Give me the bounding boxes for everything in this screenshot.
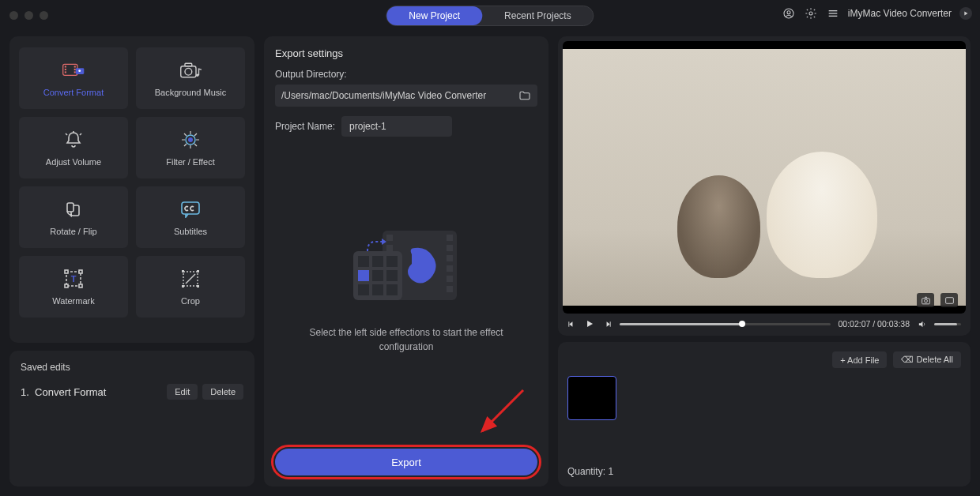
tool-convert-format[interactable]: Convert Format xyxy=(19,47,128,109)
project-name-input[interactable] xyxy=(341,116,452,137)
snapshot-icon[interactable] xyxy=(917,293,934,307)
quantity-label: Quantity: 1 xyxy=(567,466,961,477)
account-icon[interactable] xyxy=(782,6,796,21)
svg-rect-58 xyxy=(447,255,453,261)
svg-rect-41 xyxy=(79,284,82,287)
preview-panel: 00:02:07 / 00:03:38 xyxy=(558,36,971,336)
sparkle-icon xyxy=(179,129,202,151)
svg-rect-83 xyxy=(610,321,611,326)
svg-rect-67 xyxy=(372,270,383,281)
tool-watermark[interactable]: TWatermark xyxy=(19,256,128,318)
svg-rect-80 xyxy=(568,321,569,326)
saved-edits-panel: Saved edits 1. Convert Format Edit Delet… xyxy=(9,351,254,487)
svg-rect-57 xyxy=(447,245,453,251)
output-directory-field[interactable]: /Users/mac/Documents/iMyMac Video Conver… xyxy=(275,85,537,107)
tab-new-project[interactable]: New Project xyxy=(386,6,482,25)
svg-rect-10 xyxy=(65,71,66,73)
folder-open-icon[interactable] xyxy=(518,89,531,102)
traffic-maximize[interactable] xyxy=(40,11,48,20)
svg-rect-47 xyxy=(197,285,199,287)
queue-thumbnail[interactable] xyxy=(567,376,616,420)
svg-text:T: T xyxy=(71,274,77,284)
tool-filter-effect[interactable]: Filter / Effect xyxy=(136,117,245,178)
svg-rect-64 xyxy=(372,256,383,267)
svg-rect-18 xyxy=(185,63,192,66)
svg-line-30 xyxy=(194,144,197,146)
svg-rect-50 xyxy=(386,235,393,241)
svg-rect-11 xyxy=(74,66,76,67)
svg-point-77 xyxy=(924,299,927,302)
export-hint-text: Select the left side effections to start… xyxy=(275,325,537,354)
svg-marker-84 xyxy=(919,321,923,326)
project-tab-switch: New Project Recent Projects xyxy=(386,6,594,26)
svg-rect-60 xyxy=(447,276,453,282)
tool-subtitles[interactable]: Subtitles xyxy=(136,186,245,248)
svg-rect-46 xyxy=(182,285,184,287)
output-directory-value: /Users/mac/Documents/iMyMac Video Conver… xyxy=(281,90,518,101)
svg-rect-59 xyxy=(447,265,453,272)
volume-icon[interactable] xyxy=(918,320,926,329)
file-queue-panel: + Add File ⌫ Delete All Quantity: 1 xyxy=(558,342,971,487)
svg-line-32 xyxy=(194,133,197,136)
menu-icon[interactable] xyxy=(826,6,840,21)
svg-line-48 xyxy=(186,274,195,284)
crop-icon xyxy=(179,268,202,290)
traffic-close[interactable] xyxy=(9,11,18,20)
svg-line-22 xyxy=(80,133,81,135)
fullscreen-icon[interactable] xyxy=(940,293,958,307)
tool-adjust-volume[interactable]: Adjust Volume xyxy=(19,117,128,178)
svg-rect-38 xyxy=(65,270,68,273)
tool-label: Filter / Effect xyxy=(166,157,215,167)
prev-track-icon[interactable] xyxy=(567,320,576,329)
player-controls: 00:02:07 / 00:03:38 xyxy=(563,314,966,329)
next-track-icon[interactable] xyxy=(603,320,612,329)
tool-label: Watermark xyxy=(52,296,94,306)
time-display: 00:02:07 / 00:03:38 xyxy=(839,319,910,329)
project-name-label: Project Name: xyxy=(275,121,335,132)
svg-rect-71 xyxy=(386,284,398,295)
output-directory-label: Output Directory: xyxy=(275,69,537,80)
tool-label: Adjust Volume xyxy=(46,157,101,167)
saved-edit-row: 1. Convert Format Edit Delete xyxy=(21,384,243,400)
svg-rect-69 xyxy=(358,284,369,295)
traffic-minimize[interactable] xyxy=(24,11,33,20)
add-file-button[interactable]: + Add File xyxy=(832,351,887,368)
video-preview[interactable] xyxy=(563,41,966,314)
tool-label: Crop xyxy=(181,296,200,306)
header-right: iMyMac Video Converter xyxy=(782,6,972,21)
tool-rotate-flip[interactable]: Rotate / Flip xyxy=(19,186,128,248)
camera-music-icon xyxy=(179,59,202,81)
tool-background-music[interactable]: Background Music xyxy=(136,47,245,109)
svg-rect-44 xyxy=(182,270,184,272)
tool-grid-panel: Convert FormatBackground MusicAdjust Vol… xyxy=(9,36,254,343)
progress-slider[interactable] xyxy=(620,323,831,325)
svg-point-2 xyxy=(809,12,812,15)
svg-rect-34 xyxy=(67,203,74,212)
video-frame-image xyxy=(563,49,966,306)
svg-rect-65 xyxy=(386,256,398,267)
settings-icon[interactable] xyxy=(804,6,818,21)
delete-button[interactable]: Delete xyxy=(202,384,243,400)
export-settings-title: Export settings xyxy=(275,47,537,59)
tab-recent-projects[interactable]: Recent Projects xyxy=(482,6,594,25)
svg-rect-12 xyxy=(74,69,76,70)
svg-point-17 xyxy=(185,68,192,75)
app-logo-icon xyxy=(959,7,972,20)
edit-button[interactable]: Edit xyxy=(167,384,198,400)
volume-slider[interactable] xyxy=(934,323,961,325)
tool-label: Background Music xyxy=(155,88,227,97)
titlebar: New Project Recent Projects iMyMac Video… xyxy=(0,0,980,30)
export-button[interactable]: Export xyxy=(275,449,537,475)
cc-icon xyxy=(179,198,202,220)
svg-point-24 xyxy=(188,137,193,142)
window-traffic-lights xyxy=(9,11,48,20)
bell-icon xyxy=(62,129,85,151)
delete-all-button[interactable]: ⌫ Delete All xyxy=(893,351,961,368)
svg-line-29 xyxy=(184,133,187,136)
svg-rect-39 xyxy=(79,270,82,273)
tool-crop[interactable]: Crop xyxy=(136,256,245,318)
tool-label: Rotate / Flip xyxy=(50,227,96,236)
svg-rect-13 xyxy=(74,71,76,73)
play-icon[interactable] xyxy=(584,318,595,329)
export-placeholder-graphic: Select the left side effections to start… xyxy=(275,137,537,441)
